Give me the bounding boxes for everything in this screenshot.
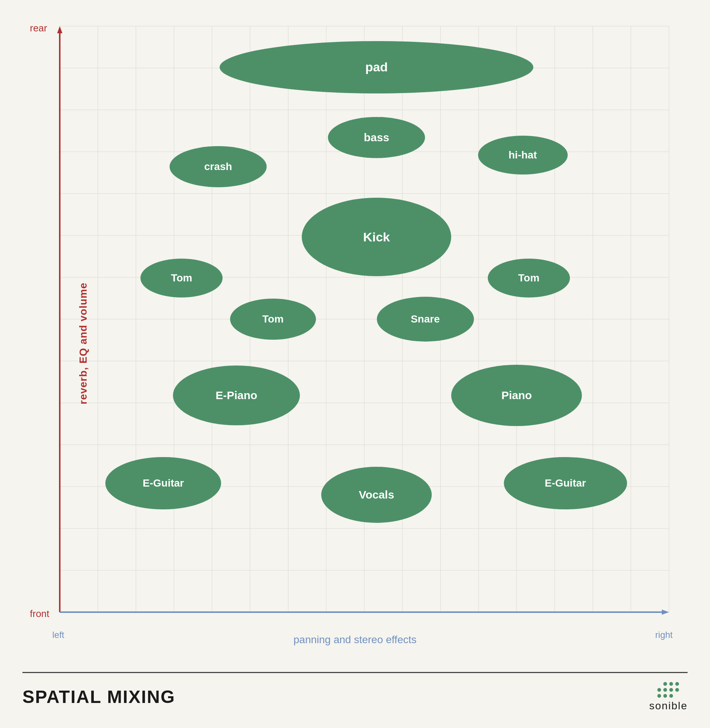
instrument-ellipse-e-piano-9[interactable]: E-Piano (173, 365, 300, 425)
instrument-ellipse-tom-5[interactable]: Tom (140, 259, 223, 297)
logo-dot (669, 688, 673, 692)
sonible-logo: sonible (649, 682, 688, 712)
logo-dot (657, 694, 661, 698)
instrument-ellipse-crash-2[interactable]: crash (170, 146, 267, 187)
instrument-ellipse-e-guitar-11[interactable]: E-Guitar (105, 457, 221, 509)
instrument-ellipse-hi-hat-3[interactable]: hi-hat (478, 136, 568, 175)
logo-dot (657, 688, 661, 692)
logo-dot (675, 694, 679, 698)
logo-dot (663, 694, 667, 698)
instrument-ellipse-tom-7[interactable]: Tom (230, 299, 316, 340)
bottom-section: SPATIAL MIXING sonible (22, 672, 688, 713)
sonible-dots (657, 682, 680, 698)
spatial-mixing-label: SPATIAL MIXING (22, 687, 175, 707)
logo-dot (663, 682, 667, 686)
instruments-container: padbasscrashhi-hatKickTomTomTomSnareE-Pi… (22, 19, 688, 668)
logo-dot (675, 682, 679, 686)
logo-dot (669, 694, 673, 698)
instrument-ellipse-snare-8[interactable]: Snare (377, 297, 474, 342)
instrument-ellipse-kick-4[interactable]: Kick (302, 198, 451, 276)
logo-dot (663, 688, 667, 692)
instrument-ellipse-e-guitar-12[interactable]: E-Guitar (504, 457, 627, 509)
instrument-ellipse-vocals-13[interactable]: Vocals (321, 467, 432, 523)
instrument-ellipse-piano-10[interactable]: Piano (451, 365, 582, 426)
logo-dot (669, 682, 673, 686)
instrument-ellipse-bass-1[interactable]: bass (328, 117, 425, 158)
logo-dot (675, 688, 679, 692)
chart-area: reverb, EQ and volume rear front left ri… (22, 19, 688, 668)
sonible-text: sonible (649, 700, 688, 712)
main-container: reverb, EQ and volume rear front left ri… (0, 0, 710, 728)
logo-dot (657, 682, 661, 686)
instrument-ellipse-tom-6[interactable]: Tom (488, 259, 570, 297)
instrument-ellipse-pad-0[interactable]: pad (220, 41, 533, 93)
